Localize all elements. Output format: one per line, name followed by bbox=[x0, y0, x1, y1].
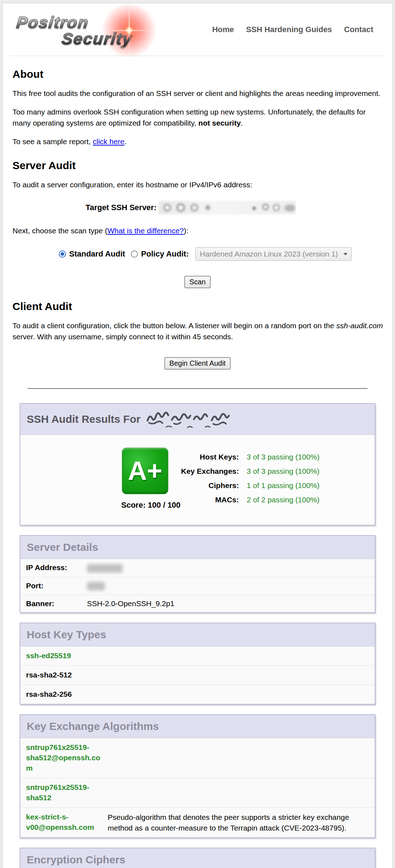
redacted-value-blur bbox=[87, 582, 105, 590]
about-p2-text: Too many admins overlook SSH configurati… bbox=[12, 108, 366, 127]
algorithm-name: sntrup761x25519-sha512@openssh.com bbox=[26, 742, 103, 773]
stat-row: Ciphers: 1 of 1 passing (100%) bbox=[172, 478, 319, 493]
host-key-rows: ssh-ed25519 rsa-sha2-512 rsa-sha2-256 bbox=[20, 646, 375, 704]
about-paragraph-2: Too many admins overlook SSH configurati… bbox=[12, 107, 385, 128]
policy-select-value: Hardened Amazon Linux 2023 (version 1) bbox=[200, 250, 338, 258]
redacted-hostname-scribble bbox=[145, 411, 231, 429]
detail-text: SSH-2.0-OpenSSH_9.2p1 bbox=[87, 599, 174, 608]
main-content-card: Positron Security Home SSH Hardening Gui… bbox=[2, 3, 393, 868]
about-p2-end: . bbox=[241, 119, 243, 127]
standard-audit-label[interactable]: Standard Audit bbox=[69, 249, 125, 259]
encryption-ciphers-header: Encryption Ciphers bbox=[20, 848, 375, 868]
about-p2-bold: not security bbox=[198, 119, 241, 127]
algorithm-row: sntrup761x25519-sha512@openssh.com bbox=[20, 738, 375, 778]
target-server-label: Target SSH Server: bbox=[10, 203, 157, 212]
policy-audit-label[interactable]: Policy Audit: bbox=[141, 249, 189, 259]
logo-text: Positron Security bbox=[7, 5, 133, 47]
server-detail-row: Port: bbox=[20, 577, 375, 595]
key-exchange-header: Key Exchange Algorithms bbox=[20, 715, 375, 738]
detail-value bbox=[82, 563, 369, 572]
scan-type-line: Next, choose the scan type (What is the … bbox=[12, 227, 385, 235]
detail-value bbox=[82, 582, 369, 590]
detail-label: Banner: bbox=[26, 599, 82, 608]
grade-badge: A+ bbox=[122, 448, 168, 494]
detail-label: Port: bbox=[26, 582, 82, 590]
scan-button[interactable]: Scan bbox=[184, 276, 211, 288]
site-header: Positron Security Home SSH Hardening Gui… bbox=[10, 3, 385, 56]
logo-line2: Security bbox=[7, 31, 130, 47]
target-server-row: Target SSH Server: bbox=[10, 201, 385, 214]
encryption-ciphers-box: Encryption Ciphers aes256-gcm@openssh.co… bbox=[20, 848, 375, 868]
client-audit-heading: Client Audit bbox=[12, 300, 385, 313]
server-details-rows: IP Address: Port: Banner: SSH-2.0-OpenSS… bbox=[20, 559, 375, 612]
client-audit-text: To audit a client configuration, click t… bbox=[12, 321, 336, 330]
section-divider bbox=[27, 388, 368, 389]
standard-audit-radio[interactable] bbox=[59, 250, 66, 258]
client-audit-domain: ssh-audit.com bbox=[336, 321, 383, 330]
algorithm-note: Pseudo-algorithm that denotes the peer s… bbox=[103, 812, 369, 833]
server-detail-row: IP Address: bbox=[20, 559, 375, 577]
sample-report-end: . bbox=[124, 137, 127, 146]
stats-column: Host Keys: 3 of 3 passing (100%) Key Exc… bbox=[172, 448, 319, 510]
algorithm-row: sntrup761x25519-sha512 bbox=[20, 778, 375, 808]
key-exchange-box: Key Exchange Algorithms sntrup761x25519-… bbox=[20, 714, 375, 838]
algorithm-name: kex-strict-s-v00@openssh.com bbox=[26, 812, 103, 833]
algorithm-row: rsa-sha2-256 bbox=[20, 685, 375, 704]
results-body: A+ Score: 100 / 100 Host Keys: 3 of 3 pa… bbox=[20, 435, 375, 525]
sample-report-link[interactable]: click here bbox=[93, 137, 124, 146]
detail-label: IP Address: bbox=[26, 563, 82, 572]
algorithm-name: rsa-sha2-256 bbox=[26, 689, 103, 700]
target-ssh-server-input[interactable] bbox=[159, 201, 296, 214]
grade-letter: A+ bbox=[128, 458, 163, 484]
ssh-audit-results-box: SSH Audit Results For bbox=[20, 403, 375, 526]
client-audit-paragraph: To audit a client configuration, click t… bbox=[12, 320, 385, 342]
host-key-types-header: Host Key Types bbox=[20, 623, 375, 646]
stat-value: 1 of 1 passing (100%) bbox=[239, 478, 319, 493]
about-section: About This free tool audits the configur… bbox=[10, 68, 385, 147]
stat-label: MACs: bbox=[172, 493, 239, 507]
scan-type-radio-row: Standard Audit Policy Audit: Hardened Am… bbox=[59, 247, 385, 261]
nav-link[interactable]: Contact bbox=[344, 25, 373, 34]
algorithm-row: ssh-ed25519 bbox=[20, 646, 375, 666]
scan-type-difference-link[interactable]: What is the difference? bbox=[107, 227, 184, 235]
positron-security-logo[interactable]: Positron Security bbox=[10, 5, 159, 55]
results-title: SSH Audit Results For bbox=[27, 413, 140, 425]
policy-select[interactable]: Hardened Amazon Linux 2023 (version 1) bbox=[195, 247, 352, 261]
client-audit-section: Client Audit To audit a client configura… bbox=[10, 300, 385, 370]
algorithm-name: rsa-sha2-512 bbox=[26, 670, 103, 680]
key-exchange-rows: sntrup761x25519-sha512@openssh.com sntru… bbox=[20, 738, 375, 837]
sample-report-text: To see a sample report, bbox=[12, 137, 93, 146]
main-nav: Home SSH Hardening Guides Contact bbox=[212, 25, 385, 34]
begin-client-audit-button[interactable]: Begin Client Audit bbox=[164, 357, 231, 370]
algorithm-name: ssh-ed25519 bbox=[26, 651, 103, 661]
score-label: Score: 100 / 100 bbox=[121, 501, 169, 510]
about-paragraph-3: To see a sample report, click here. bbox=[12, 136, 385, 147]
server-details-box: Server Details IP Address: Port: Banner:… bbox=[20, 535, 375, 613]
algorithm-name: sntrup761x25519-sha512 bbox=[26, 782, 103, 803]
scan-type-end: ): bbox=[184, 227, 189, 235]
stat-row: Host Keys: 3 of 3 passing (100%) bbox=[172, 450, 319, 464]
algorithm-row: rsa-sha2-512 bbox=[20, 666, 375, 685]
stat-label: Key Exchanges: bbox=[172, 464, 239, 478]
results-box-header: SSH Audit Results For bbox=[20, 404, 375, 435]
nav-link[interactable]: SSH Hardening Guides bbox=[246, 25, 332, 34]
stat-value: 2 of 2 passing (100%) bbox=[239, 493, 319, 507]
detail-value: SSH-2.0-OpenSSH_9.2p1 bbox=[82, 599, 369, 608]
stat-value: 3 of 3 passing (100%) bbox=[239, 450, 319, 464]
server-audit-section: Server Audit To audit a server configura… bbox=[10, 159, 385, 288]
about-paragraph-1: This free tool audits the configuration … bbox=[12, 88, 385, 99]
server-audit-heading: Server Audit bbox=[12, 159, 385, 172]
server-details-header: Server Details bbox=[20, 536, 375, 559]
stat-label: Host Keys: bbox=[172, 450, 239, 464]
chevron-down-icon bbox=[343, 253, 348, 255]
redacted-value-blur bbox=[87, 564, 123, 573]
logo-line1: Positron bbox=[9, 15, 132, 31]
host-key-types-box: Host Key Types ssh-ed25519 rsa-sha2-512 … bbox=[20, 623, 375, 705]
server-audit-intro: To audit a server configuration, enter i… bbox=[12, 179, 385, 190]
policy-audit-radio[interactable] bbox=[131, 250, 138, 258]
server-detail-row: Banner: SSH-2.0-OpenSSH_9.2p1 bbox=[20, 595, 375, 612]
stat-row: MACs: 2 of 2 passing (100%) bbox=[172, 493, 319, 507]
about-heading: About bbox=[12, 68, 385, 80]
algorithm-row: kex-strict-s-v00@openssh.com Pseudo-algo… bbox=[20, 808, 375, 838]
nav-link[interactable]: Home bbox=[212, 25, 234, 34]
